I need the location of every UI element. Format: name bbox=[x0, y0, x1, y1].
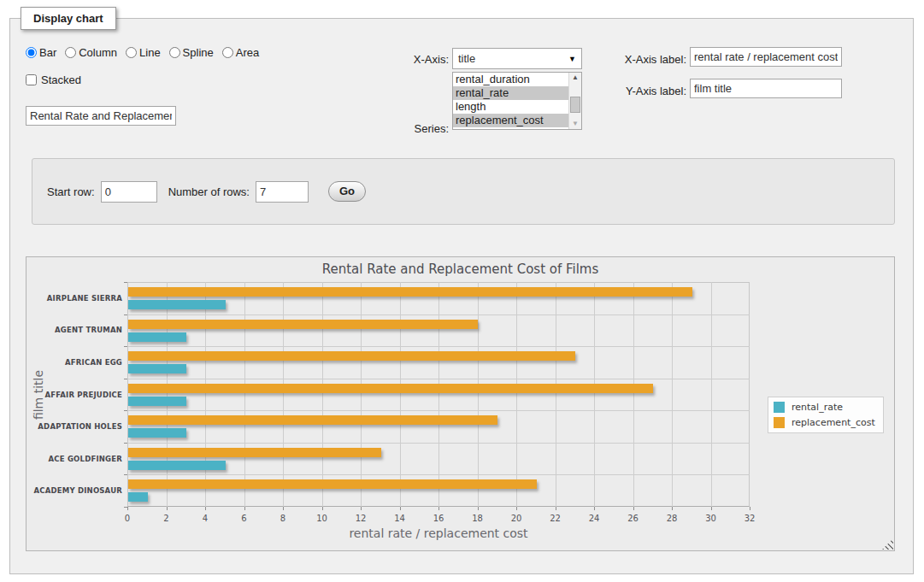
x-tick-label: 4 bbox=[191, 514, 220, 523]
bar-rental_rate bbox=[128, 364, 186, 373]
category-label: ACE GOLDFINGER bbox=[26, 455, 122, 463]
y-tick-mark bbox=[124, 474, 127, 475]
scrollbar-track[interactable] bbox=[569, 83, 581, 119]
gridline-vertical bbox=[478, 282, 479, 507]
num-rows-input[interactable] bbox=[256, 181, 309, 203]
chart-type-option-area[interactable]: Area bbox=[222, 46, 259, 59]
bar-replacement_cost bbox=[128, 415, 497, 425]
category-label: ADAPTATION HOLES bbox=[26, 422, 122, 431]
series-option-replacement_cost[interactable]: replacement_cost bbox=[453, 114, 568, 127]
gridline-horizontal bbox=[127, 315, 750, 315]
resize-grip-icon[interactable] bbox=[882, 538, 893, 550]
y-tick-mark bbox=[124, 379, 127, 379]
x-tick-mark bbox=[750, 507, 750, 510]
category-label: ACADEMY DINOSAUR bbox=[26, 486, 122, 495]
chart-type-option-line[interactable]: Line bbox=[126, 46, 161, 59]
scrollbar-thumb[interactable] bbox=[570, 97, 580, 113]
stacked-checkbox[interactable] bbox=[26, 74, 37, 85]
x-tick-mark bbox=[633, 507, 634, 510]
legend-swatch bbox=[774, 417, 785, 428]
num-rows-label: Number of rows: bbox=[168, 185, 250, 198]
chart-type-option-spline[interactable]: Spline bbox=[169, 46, 214, 59]
gridline-vertical bbox=[672, 282, 673, 507]
series-list-label: Series: bbox=[387, 122, 449, 135]
chart-type-option-bar[interactable]: Bar bbox=[26, 46, 56, 59]
chart-type-label: Area bbox=[236, 46, 259, 59]
rows-control-bar: Start row: Number of rows: Go bbox=[32, 158, 895, 225]
start-row-label: Start row: bbox=[47, 185, 95, 198]
y-axis-label-input[interactable] bbox=[690, 79, 842, 98]
y-tick-mark bbox=[124, 282, 127, 283]
chart-type-option-column[interactable]: Column bbox=[65, 46, 117, 59]
chevron-down-icon: ▼ bbox=[568, 55, 576, 63]
chart-type-label: Line bbox=[139, 46, 161, 59]
x-tick-mark bbox=[167, 507, 168, 510]
stacked-label: Stacked bbox=[41, 73, 81, 86]
x-tick-mark bbox=[438, 507, 439, 510]
x-tick-label: 28 bbox=[657, 514, 686, 523]
series-options: rental_durationrental_ratelengthreplacem… bbox=[453, 73, 568, 129]
legend-label: rental_rate bbox=[792, 402, 843, 413]
gridline-vertical bbox=[167, 282, 168, 507]
gridline-vertical bbox=[633, 282, 634, 507]
gridline-vertical bbox=[711, 282, 712, 507]
start-row-input[interactable] bbox=[101, 181, 157, 203]
y-tick-mark bbox=[124, 410, 127, 411]
chart-type-label: Column bbox=[79, 46, 117, 59]
x-tick-label: 8 bbox=[268, 514, 297, 523]
legend-item-rental_rate: rental_rate bbox=[774, 402, 875, 413]
x-tick-label: 26 bbox=[619, 514, 648, 523]
bar-replacement_cost bbox=[128, 287, 692, 297]
chart-type-radio-bar[interactable] bbox=[26, 47, 37, 58]
x-tick-label: 24 bbox=[580, 514, 609, 523]
series-option-length[interactable]: length bbox=[453, 100, 568, 114]
chart-type-label: Bar bbox=[39, 46, 56, 59]
legend-swatch bbox=[774, 402, 785, 413]
gridline-vertical bbox=[594, 282, 595, 507]
gridline-vertical bbox=[516, 282, 517, 507]
bar-rental_rate bbox=[128, 492, 148, 502]
bar-rental_rate bbox=[128, 332, 186, 342]
chart-title-input[interactable] bbox=[26, 106, 176, 126]
bar-rental_rate bbox=[128, 461, 226, 470]
y-tick-mark bbox=[124, 315, 127, 315]
series-multiselect[interactable]: rental_durationrental_ratelengthreplacem… bbox=[452, 72, 582, 130]
bar-rental_rate bbox=[128, 397, 186, 406]
scroll-up-icon[interactable]: ▲ bbox=[572, 73, 579, 83]
chart-type-radio-area[interactable] bbox=[222, 47, 233, 58]
chart-area: Rental Rate and Replacement Cost of Film… bbox=[26, 256, 895, 551]
x-tick-mark bbox=[400, 507, 401, 510]
gridline-vertical bbox=[438, 282, 439, 507]
bar-replacement_cost bbox=[128, 351, 575, 361]
gridline-vertical bbox=[322, 282, 323, 507]
x-tick-mark bbox=[672, 507, 673, 510]
bar-replacement_cost bbox=[128, 384, 653, 393]
series-scrollbar[interactable]: ▲ ▼ bbox=[568, 73, 581, 129]
bar-replacement_cost bbox=[128, 448, 381, 457]
x-tick-label: 32 bbox=[735, 514, 764, 523]
y-tick-mark bbox=[124, 443, 127, 444]
stacked-option[interactable]: Stacked bbox=[26, 73, 81, 86]
x-tick-mark bbox=[244, 507, 245, 510]
x-tick-mark bbox=[127, 507, 128, 510]
chart-type-radio-line[interactable] bbox=[126, 47, 137, 58]
x-axis-select[interactable]: title ▼ bbox=[452, 48, 582, 69]
x-tick-label: 0 bbox=[113, 514, 142, 523]
x-tick-label: 10 bbox=[308, 514, 337, 523]
gridline-vertical bbox=[400, 282, 401, 507]
x-axis-label-input[interactable] bbox=[690, 47, 842, 67]
gridline-horizontal bbox=[127, 474, 750, 475]
scroll-down-icon[interactable]: ▼ bbox=[572, 119, 579, 129]
x-tick-label: 18 bbox=[463, 514, 492, 523]
gridline-vertical bbox=[283, 282, 284, 507]
category-label: AIRPLANE SIERRA bbox=[26, 294, 122, 303]
x-tick-mark bbox=[322, 507, 323, 510]
series-option-rental_rate[interactable]: rental_rate bbox=[453, 86, 568, 100]
x-tick-mark bbox=[205, 507, 206, 510]
chart-type-radio-spline[interactable] bbox=[169, 47, 180, 58]
series-option-rental_duration[interactable]: rental_duration bbox=[453, 73, 568, 86]
x-tick-label: 6 bbox=[230, 514, 259, 523]
go-button[interactable]: Go bbox=[328, 181, 366, 202]
x-tick-label: 2 bbox=[152, 514, 181, 523]
chart-type-radio-column[interactable] bbox=[65, 47, 76, 58]
